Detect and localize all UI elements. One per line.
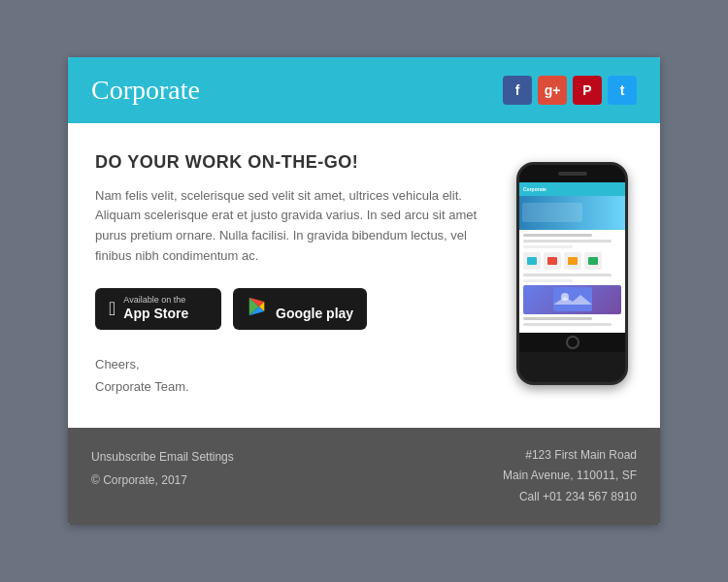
google-plus-icon[interactable]: g+: [538, 76, 567, 105]
phone-speaker: [558, 172, 587, 176]
main-content: DO YOUR WORK ON-THE-GO! Nam felis velit,…: [68, 123, 660, 428]
logo: Corporate: [91, 75, 200, 106]
app-store-text: Available on the App Store: [123, 296, 188, 322]
email-container: Corporate f g+ P t DO YOUR WORK ON-THE-G…: [68, 57, 660, 526]
facebook-icon[interactable]: f: [503, 76, 532, 105]
phone-screen-image: [523, 285, 621, 314]
text-section: DO YOUR WORK ON-THE-GO! Nam felis velit,…: [95, 152, 497, 399]
phone-home-button: [566, 336, 579, 349]
svg-rect-0: [553, 287, 592, 311]
farewell-line1: Cheers,: [95, 353, 497, 375]
phone-content-area: [519, 230, 625, 333]
footer-left: Unsubscribe Email Settings © Corporate, …: [91, 445, 234, 492]
phone-number: Call +01 234 567 8910: [503, 487, 637, 508]
copyright-text: © Corporate, 2017: [91, 469, 234, 492]
address-line2: Main Avenue, 110011, SF: [503, 466, 637, 487]
twitter-icon[interactable]: t: [608, 76, 637, 105]
address-line1: #123 First Main Road: [503, 445, 637, 467]
phone-screen-hero: [519, 196, 625, 230]
email-footer: Unsubscribe Email Settings © Corporate, …: [68, 428, 660, 526]
description-text: Nam felis velit, scelerisque sed velit s…: [95, 186, 497, 267]
phone-top-bar: [519, 165, 625, 182]
google-play-button[interactable]: Google play: [233, 288, 367, 330]
footer-right: #123 First Main Road Main Avenue, 110011…: [503, 445, 637, 508]
app-store-button[interactable]:  Available on the App Store: [95, 288, 221, 330]
google-play-icon: [247, 296, 268, 321]
phone-bottom-bar: [519, 333, 625, 352]
phone-screen-header: Corporate: [519, 182, 625, 196]
phone-mockup: Corporate: [516, 162, 628, 385]
email-header: Corporate f g+ P t: [68, 57, 660, 123]
store-buttons-group:  Available on the App Store: [95, 288, 497, 330]
farewell-text: Cheers, Corporate Team.: [95, 353, 497, 399]
phone-mockup-section: Corporate: [516, 152, 633, 385]
page-title: DO YOUR WORK ON-THE-GO!: [95, 152, 497, 173]
apple-icon: : [109, 298, 116, 320]
farewell-line2: Corporate Team.: [95, 375, 497, 398]
social-icons-group: f g+ P t: [503, 76, 637, 105]
unsubscribe-link[interactable]: Unsubscribe Email Settings: [91, 450, 234, 464]
google-play-text: Google play: [276, 296, 353, 322]
pinterest-icon[interactable]: P: [573, 76, 602, 105]
